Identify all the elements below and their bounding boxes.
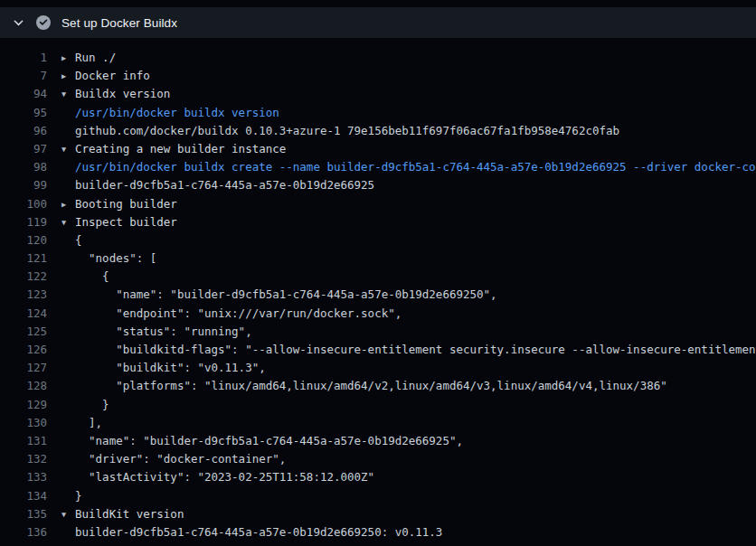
log-group-row[interactable]: 135▼BuildKit version	[0, 505, 756, 523]
output-text: "status": "running",	[47, 323, 252, 341]
group-title: ▼Creating a new builder instance	[47, 140, 286, 158]
log-line: 131 "name": "builder-d9cfb5a1-c764-445a-…	[0, 432, 756, 450]
output-text: github.com/docker/buildx 0.10.3+azure-1 …	[47, 122, 619, 140]
log-line: 121 "nodes": [	[0, 249, 756, 268]
line-number: 131	[0, 432, 47, 450]
log-line: 133 "lastActivity": "2023-02-25T11:58:12…	[0, 468, 756, 486]
line-number: 133	[0, 468, 47, 486]
output-text: "buildkitd-flags": "--allow-insecure-ent…	[47, 341, 756, 359]
check-circle-icon	[36, 15, 51, 30]
line-number: 127	[0, 359, 47, 377]
group-title: ▶Docker info	[47, 67, 150, 85]
triangle-down-icon[interactable]: ▼	[61, 213, 75, 231]
log-line: 126 "buildkitd-flags": "--allow-insecure…	[0, 341, 756, 359]
log-line: 129 }	[0, 396, 756, 414]
line-number: 122	[0, 268, 47, 286]
group-title-label: BuildKit version	[75, 507, 184, 521]
line-number: 132	[0, 450, 47, 468]
log-line: 128 "platforms": "linux/amd64,linux/amd6…	[0, 377, 756, 395]
line-number: 130	[0, 414, 47, 432]
group-title: ▼Buildx version	[47, 85, 170, 103]
log-line: 120{	[0, 231, 756, 249]
triangle-right-icon[interactable]: ▶	[61, 195, 75, 213]
group-title: ▼Inspect builder	[47, 213, 177, 231]
log-line: 132 "driver": "docker-container",	[0, 450, 756, 468]
output-text: "lastActivity": "2023-02-25T11:58:12.000…	[47, 468, 374, 486]
triangle-down-icon[interactable]: ▼	[61, 85, 75, 103]
line-number: 121	[0, 249, 47, 268]
output-text: }	[47, 487, 82, 505]
output-text: "driver": "docker-container",	[47, 450, 286, 468]
group-title: ▼BuildKit version	[47, 505, 184, 523]
log-line: 123 "name": "builder-d9cfb5a1-c764-445a-…	[0, 286, 756, 304]
step-header[interactable]: Set up Docker Buildx	[0, 7, 756, 38]
line-number: 94	[0, 85, 47, 103]
command-text: /usr/bin/docker buildx create --name bui…	[47, 158, 756, 176]
line-number: 120	[0, 231, 47, 249]
log-line: 99builder-d9cfb5a1-c764-445a-a57e-0b19d2…	[0, 176, 756, 194]
line-number: 136	[0, 523, 47, 541]
line-number: 126	[0, 341, 47, 359]
log-viewer: 1▶Run ./7▶Docker info94▼Buildx version95…	[0, 38, 756, 541]
line-number: 100	[0, 195, 47, 213]
line-number: 119	[0, 213, 47, 231]
group-title-label: Inspect builder	[75, 215, 177, 229]
output-text: ],	[47, 414, 102, 432]
group-title-label: Buildx version	[75, 87, 170, 100]
log-group-row[interactable]: 100▶Booting builder	[0, 195, 756, 213]
line-number: 95	[0, 104, 47, 122]
output-text: {	[47, 268, 109, 286]
output-text: builder-d9cfb5a1-c764-445a-a57e-0b19d2e6…	[47, 523, 442, 541]
line-number: 124	[0, 305, 47, 323]
log-line: 127 "buildkit": "v0.11.3",	[0, 359, 756, 377]
group-title-label: Docker info	[75, 69, 150, 82]
triangle-right-icon[interactable]: ▶	[61, 49, 75, 67]
output-text: "name": "builder-d9cfb5a1-c764-445a-a57e…	[47, 286, 497, 304]
log-group-row[interactable]: 119▼Inspect builder	[0, 213, 756, 231]
triangle-right-icon[interactable]: ▶	[61, 67, 75, 85]
log-group-row[interactable]: 94▼Buildx version	[0, 85, 756, 103]
line-number: 96	[0, 122, 47, 140]
line-number: 99	[0, 176, 47, 194]
log-line: 136builder-d9cfb5a1-c764-445a-a57e-0b19d…	[0, 523, 756, 541]
line-number: 128	[0, 377, 47, 395]
log-line: 95/usr/bin/docker buildx version	[0, 104, 756, 122]
step-title: Set up Docker Buildx	[61, 16, 177, 30]
log-line: 98/usr/bin/docker buildx create --name b…	[0, 158, 756, 176]
output-text: builder-d9cfb5a1-c764-445a-a57e-0b19d2e6…	[47, 176, 374, 194]
output-text: "buildkit": "v0.11.3",	[47, 359, 266, 377]
output-text: {	[47, 231, 82, 249]
log-line: 125 "status": "running",	[0, 323, 756, 341]
output-text: "platforms": "linux/amd64,linux/amd64/v2…	[47, 377, 667, 395]
log-line: 122 {	[0, 268, 756, 286]
line-number: 1	[0, 49, 47, 67]
log-line: 124 "endpoint": "unix:///var/run/docker.…	[0, 305, 756, 323]
triangle-down-icon[interactable]: ▼	[61, 140, 75, 158]
command-text: /usr/bin/docker buildx version	[47, 104, 279, 122]
line-number: 97	[0, 140, 47, 158]
log-group-row[interactable]: 7▶Docker info	[0, 67, 756, 85]
line-number: 123	[0, 286, 47, 304]
group-title: ▶Booting builder	[47, 195, 177, 213]
line-number: 134	[0, 487, 47, 505]
log-line: 96github.com/docker/buildx 0.10.3+azure-…	[0, 122, 756, 140]
line-number: 129	[0, 396, 47, 414]
group-title-label: Run ./	[75, 51, 116, 64]
output-text: "nodes": [	[47, 249, 156, 268]
triangle-down-icon[interactable]: ▼	[61, 505, 75, 523]
output-text: }	[47, 396, 109, 414]
chevron-down-icon[interactable]	[11, 15, 25, 30]
line-number: 98	[0, 158, 47, 176]
log-line: 130 ],	[0, 414, 756, 432]
output-text: "endpoint": "unix:///var/run/docker.sock…	[47, 305, 402, 323]
output-text: "name": "builder-d9cfb5a1-c764-445a-a57e…	[47, 432, 463, 450]
group-title: ▶Run ./	[47, 49, 116, 67]
group-title-label: Booting builder	[75, 197, 177, 211]
log-group-row[interactable]: 97▼Creating a new builder instance	[0, 140, 756, 158]
line-number: 7	[0, 67, 47, 85]
line-number: 125	[0, 323, 47, 341]
line-number: 135	[0, 505, 47, 523]
log-line: 134}	[0, 487, 756, 505]
group-title-label: Creating a new builder instance	[75, 142, 286, 155]
log-group-row[interactable]: 1▶Run ./	[0, 49, 756, 67]
